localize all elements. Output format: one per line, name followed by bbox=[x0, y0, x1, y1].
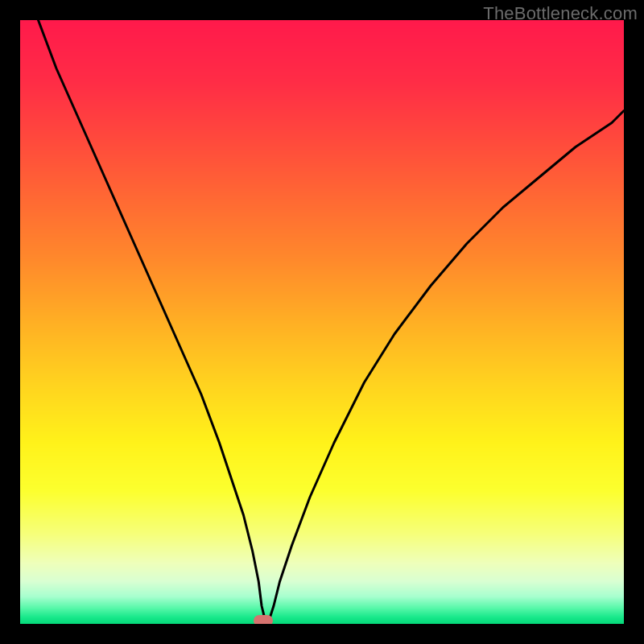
plot-area bbox=[20, 20, 624, 624]
optimal-point-marker bbox=[254, 615, 273, 625]
bottleneck-curve bbox=[20, 20, 624, 624]
chart-frame: TheBottleneck.com bbox=[0, 0, 644, 644]
